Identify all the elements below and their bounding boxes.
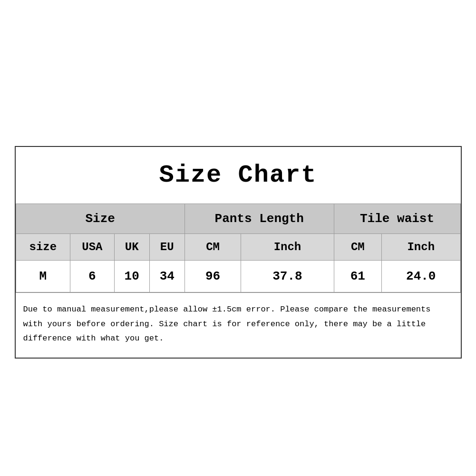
note-section: Due to manual measurement,please allow ±… xyxy=(16,292,461,358)
pants-length-header: Pants Length xyxy=(185,204,334,234)
col-waist-cm: CM xyxy=(334,234,381,261)
col-pants-inch: Inch xyxy=(241,234,334,261)
outer-container: Size Chart Size Pants Length Tile waist … xyxy=(10,117,466,359)
col-waist-inch: Inch xyxy=(382,234,461,261)
col-uk: UK xyxy=(114,234,149,261)
col-pants-cm: CM xyxy=(185,234,241,261)
chart-wrapper: Size Chart Size Pants Length Tile waist … xyxy=(15,146,462,359)
size-group-header: Size xyxy=(16,204,185,234)
table-row: M610349637.86124.0 xyxy=(16,261,460,292)
table-cell: M xyxy=(16,261,70,292)
table-cell: 37.8 xyxy=(241,261,334,292)
table-cell: 96 xyxy=(185,261,241,292)
col-usa: USA xyxy=(70,234,115,261)
table-body: M610349637.86124.0 xyxy=(16,261,460,292)
chart-title: Size Chart xyxy=(16,147,461,204)
header-row-1: Size Pants Length Tile waist xyxy=(16,204,460,234)
tile-waist-header: Tile waist xyxy=(334,204,460,234)
col-size: size xyxy=(16,234,70,261)
size-chart-table: Size Pants Length Tile waist size USA UK… xyxy=(16,204,461,292)
table-cell: 10 xyxy=(114,261,149,292)
header-row-2: size USA UK EU CM Inch CM Inch xyxy=(16,234,460,261)
table-cell: 24.0 xyxy=(382,261,461,292)
note-text: Due to manual measurement,please allow ±… xyxy=(23,302,453,346)
table-cell: 61 xyxy=(334,261,381,292)
table-cell: 6 xyxy=(70,261,115,292)
table-cell: 34 xyxy=(149,261,185,292)
col-eu: EU xyxy=(149,234,185,261)
